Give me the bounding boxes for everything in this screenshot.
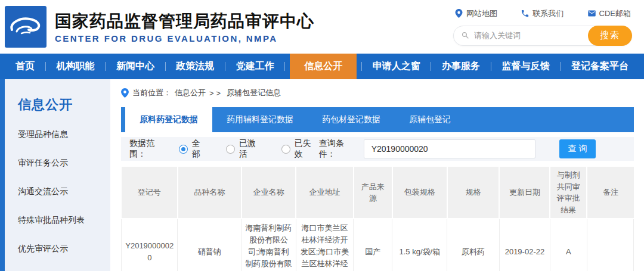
- radio-all[interactable]: 全部: [179, 138, 208, 160]
- nav-divider: [361, 62, 362, 71]
- contact-us-link[interactable]: 联系我们: [521, 8, 564, 19]
- sitemap-link[interactable]: 网站地图: [454, 8, 497, 19]
- query-condition-label: 查询条件：: [319, 138, 360, 160]
- nav-item-info-disclosure[interactable]: 信息公开: [290, 54, 357, 79]
- breadcrumb-current: 原辅包登记信息: [227, 88, 281, 98]
- col-packaging-spec: 包装规格: [392, 167, 447, 219]
- cell-remarks: [587, 219, 633, 271]
- cell-variety-name: 硝普钠: [178, 219, 242, 271]
- radio-circle-icon: [226, 145, 235, 154]
- cde-logo[interactable]: [5, 6, 47, 48]
- main-nav: 首页 机构职能 新闻中心 政策法规 党建工作 信息公开 申请人之窗 办事服务 监…: [0, 54, 644, 79]
- cell-product-origin: 国产: [354, 219, 392, 271]
- breadcrumb-location-label: 当前位置：: [132, 88, 171, 98]
- nav-item-registration-platform[interactable]: 登记备案平台: [565, 54, 634, 79]
- sidebar-title: 信息公开: [18, 96, 110, 114]
- sidebar-item-special-approval[interactable]: 特殊审批品种列表: [18, 215, 110, 226]
- nav-divider: [560, 62, 561, 71]
- page-subtitle: CENTER FOR DRUG EVALUATION, NMPA: [55, 33, 314, 43]
- sidebar-item-review-tasks[interactable]: 审评任务公示: [18, 158, 110, 169]
- cde-mail-link[interactable]: CDE邮箱: [587, 8, 631, 19]
- nav-item-home[interactable]: 首页: [10, 54, 41, 79]
- tab-raw-aux-pack[interactable]: 原辅包登记: [395, 107, 465, 132]
- table-header-row: 登记号 品种名称 企业名称 企业地址 产品来源 包装规格 规格 更新日期 与制剂…: [122, 167, 634, 219]
- col-company-address: 企业地址: [296, 167, 353, 219]
- query-button[interactable]: 查 询: [559, 139, 596, 158]
- tab-api-registration[interactable]: 原料药登记数据: [125, 107, 212, 132]
- radio-all-label: 全部: [192, 138, 208, 160]
- dataset-tabs: 原料药登记数据 药用辅料登记数据 药包材登记数据 原辅包登记: [121, 107, 634, 132]
- nav-divider: [105, 62, 106, 71]
- location-pin-icon: [121, 88, 129, 98]
- breadcrumb: 当前位置： 信息公开 >> 原辅包登记信息: [121, 88, 634, 98]
- tab-packaging-registration[interactable]: 药包材登记数据: [308, 107, 395, 132]
- phone-icon: [521, 9, 530, 18]
- page-body: 信息公开 受理品种信息 审评任务公示 沟通交流公示 特殊审批品种列表 优先审评公…: [0, 79, 644, 271]
- breadcrumb-separator: >>: [209, 89, 223, 98]
- nav-item-applicant-window[interactable]: 申请人之窗: [367, 54, 426, 79]
- site-search-button[interactable]: 搜索: [588, 26, 632, 46]
- nav-item-news[interactable]: 新闻中心: [110, 54, 160, 79]
- sidebar: 信息公开 受理品种信息 审评任务公示 沟通交流公示 特殊审批品种列表 优先审评公…: [5, 79, 110, 271]
- radio-inactive-label: 已失效: [295, 138, 319, 160]
- col-update-date: 更新日期: [499, 167, 550, 219]
- cell-company-address: 海口市美兰区桂林洋经济开发区;海口市美兰区桂林洋经济开发区: [296, 219, 353, 271]
- radio-inactive[interactable]: 已失效: [281, 138, 319, 160]
- col-registration-no: 登记号: [122, 167, 178, 219]
- nav-item-functions[interactable]: 机构职能: [50, 54, 100, 79]
- tab-excipient-registration[interactable]: 药用辅料登记数据: [212, 107, 308, 132]
- sidebar-item-priority-review[interactable]: 优先审评公示: [18, 244, 110, 254]
- nav-divider: [225, 62, 225, 71]
- location-pin-icon: [454, 9, 463, 18]
- col-product-origin: 产品来源: [354, 167, 392, 219]
- cell-packaging-spec: 1.5 kg/袋/箱: [392, 219, 447, 271]
- header-utilities: 网站地图 联系我们 CDE邮箱 搜索: [453, 8, 632, 46]
- site-search-input[interactable]: [474, 31, 586, 40]
- envelope-icon: [587, 9, 596, 18]
- col-joint-review-result: 与制剂共同审评审批结果: [550, 167, 587, 219]
- site-header: 国家药品监督管理局药品审评中心 CENTER FOR DRUG EVALUATI…: [0, 0, 644, 54]
- cell-update-date: 2019-02-22: [499, 219, 550, 271]
- site-titles: 国家药品监督管理局药品审评中心 CENTER FOR DRUG EVALUATI…: [55, 11, 314, 43]
- scope-radio-group: 全部 已激活 已失效: [179, 138, 319, 160]
- scope-label: 数据范围：: [129, 138, 171, 160]
- registration-table: 登记号 品种名称 企业名称 企业地址 产品来源 包装规格 规格 更新日期 与制剂…: [121, 167, 634, 271]
- left-accent-strip: [0, 79, 5, 271]
- table-row: Y20190000020 硝普钠 海南普利制药股份有限公司;海南普利制药股份有限…: [122, 219, 634, 271]
- nav-item-supervision[interactable]: 监督与反馈: [496, 54, 556, 79]
- nav-divider: [491, 62, 491, 71]
- nav-divider: [45, 62, 46, 71]
- nav-divider: [431, 62, 431, 71]
- page-title: 国家药品监督管理局药品审评中心: [55, 11, 314, 32]
- cell-company-name: 海南普利制药股份有限公司;海南普利制药股份有限公司: [242, 219, 296, 271]
- search-icon: [461, 31, 470, 40]
- filter-bar: 数据范围： 全部 已激活 已失效 查询条件： 查 询: [121, 137, 634, 161]
- sidebar-item-communication[interactable]: 沟通交流公示: [18, 186, 110, 197]
- col-remarks: 备注: [587, 167, 633, 219]
- contact-us-label: 联系我们: [532, 8, 564, 19]
- col-company-name: 企业名称: [242, 167, 296, 219]
- nav-divider: [284, 62, 285, 71]
- quick-links: 网站地图 联系我们 CDE邮箱: [453, 8, 632, 19]
- radio-circle-icon: [179, 145, 188, 154]
- cell-spec: 原料药: [447, 219, 500, 271]
- radio-circle-icon: [281, 145, 290, 154]
- nav-item-party[interactable]: 党建工作: [230, 54, 280, 79]
- query-condition-input[interactable]: [364, 139, 535, 158]
- cell-joint-review-result: A: [550, 219, 587, 271]
- radio-activated-label: 已激活: [239, 138, 264, 160]
- sitemap-label: 网站地图: [466, 8, 497, 19]
- sidebar-item-accepted-varieties[interactable]: 受理品种信息: [18, 129, 110, 140]
- nav-divider: [165, 62, 166, 71]
- radio-activated[interactable]: 已激活: [226, 138, 264, 160]
- cell-registration-no: Y20190000020: [122, 219, 178, 271]
- nav-item-services[interactable]: 办事服务: [436, 54, 486, 79]
- cde-mail-label: CDE邮箱: [599, 8, 631, 19]
- col-spec: 规格: [447, 167, 500, 219]
- main-content: 当前位置： 信息公开 >> 原辅包登记信息 原料药登记数据 药用辅料登记数据 药…: [110, 79, 644, 271]
- site-search: 搜索: [453, 26, 632, 46]
- breadcrumb-section[interactable]: 信息公开: [175, 88, 206, 98]
- nav-item-policies[interactable]: 政策法规: [170, 54, 220, 79]
- col-variety-name: 品种名称: [178, 167, 242, 219]
